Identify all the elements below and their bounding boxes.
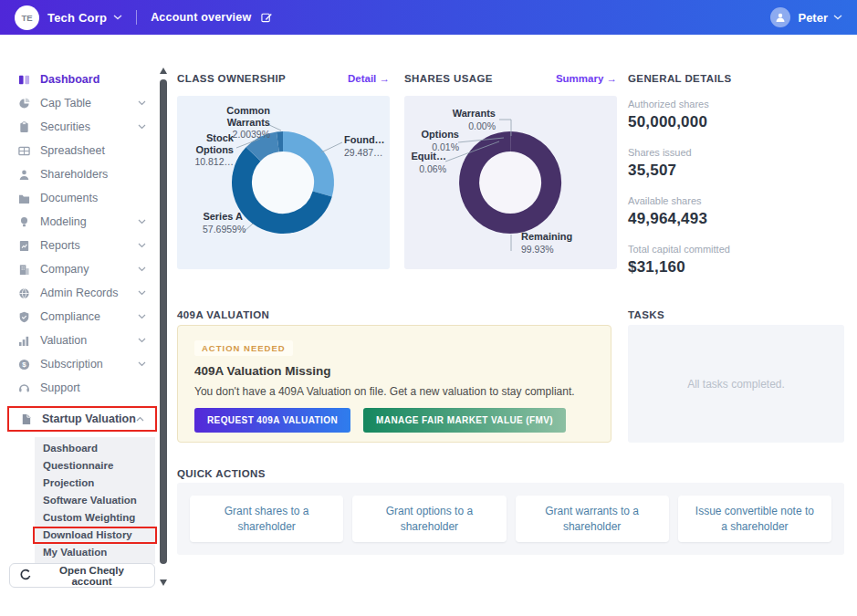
class-ownership-header: CLASS OWNERSHIP Detail → bbox=[177, 73, 390, 84]
409a-buttons-row: REQUEST 409A VALUATION MANAGE FAIR MARKE… bbox=[194, 408, 594, 433]
sidebar: DashboardCap TableSecuritiesSpreadsheetS… bbox=[0, 35, 157, 616]
sidebar-scrollbar[interactable] bbox=[159, 68, 168, 586]
subscription-icon: $ bbox=[18, 358, 31, 371]
quick-action-issue-convertible-note-to-a-shareholder[interactable]: Issue convertible note to a shareholder bbox=[678, 496, 831, 542]
general-details-list: Authorized shares50,000,000Shares issued… bbox=[628, 99, 730, 292]
sidebar-item-label: Support bbox=[40, 381, 146, 394]
company-avatar[interactable]: TE bbox=[15, 5, 39, 30]
sidebar-item-label: Cap Table bbox=[40, 97, 138, 110]
sidebar-item-valuation[interactable]: Valuation bbox=[0, 329, 157, 352]
securities-icon bbox=[18, 120, 31, 133]
user-name: Peter bbox=[798, 11, 828, 25]
sidebar-item-reports[interactable]: Reports bbox=[0, 234, 157, 257]
chart-label-series-a: Series A57.6959% bbox=[203, 211, 243, 235]
class-ownership-detail-link[interactable]: Detail → bbox=[348, 73, 390, 84]
callout-line-found bbox=[321, 142, 342, 152]
chevron-down-icon bbox=[138, 100, 146, 106]
submenu-item-questionnaire[interactable]: Questionnaire bbox=[35, 457, 155, 475]
detail-authorized-shares: Authorized shares50,000,000 bbox=[628, 99, 730, 131]
409a-valuation-panel: ACTION NEEDED 409A Valuation Missing You… bbox=[177, 325, 611, 443]
chevron-up-icon bbox=[136, 416, 144, 422]
sidebar-item-label: Startup Valuation bbox=[42, 412, 136, 425]
sidebar-item-shareholders[interactable]: Shareholders bbox=[0, 162, 157, 186]
sidebar-item-subscription[interactable]: $Subscription bbox=[0, 352, 157, 376]
sidebar-item-securities[interactable]: Securities bbox=[0, 115, 157, 139]
quick-action-grant-warrants-to-a-shareholder[interactable]: Grant warrants to a shareholder bbox=[516, 496, 669, 542]
sidebar-item-label: Compliance bbox=[40, 310, 138, 323]
sidebar-item-modeling[interactable]: Modeling bbox=[0, 210, 157, 234]
general-details-title: GENERAL DETAILS bbox=[628, 73, 732, 84]
sidebar-item-company[interactable]: Company bbox=[0, 257, 157, 281]
top-header: TE Tech Corp Account overview Peter bbox=[0, 0, 857, 35]
submenu-item-custom-weighting[interactable]: Custom Weighting bbox=[35, 509, 155, 527]
cap-table-icon bbox=[18, 97, 31, 110]
donut-svg bbox=[404, 96, 617, 269]
chevron-down-icon bbox=[138, 266, 146, 272]
app: TE Tech Corp Account overview Peter Dash… bbox=[0, 0, 857, 616]
valuation-icon bbox=[18, 334, 31, 347]
request-409a-valuation-button[interactable]: REQUEST 409A VALUATION bbox=[194, 408, 350, 433]
scroll-up-arrow[interactable] bbox=[160, 68, 167, 74]
sidebar-item-dashboard[interactable]: Dashboard bbox=[0, 68, 157, 91]
tasks-title: TASKS bbox=[628, 309, 664, 320]
submenu-item-download-history[interactable]: Download History bbox=[33, 527, 157, 544]
409a-missing-heading: 409A Valuation Missing bbox=[194, 364, 594, 378]
compliance-icon bbox=[18, 310, 31, 323]
sidebar-item-label: Reports bbox=[40, 239, 138, 252]
quick-action-grant-options-to-a-shareholder[interactable]: Grant options to a shareholder bbox=[352, 496, 506, 542]
user-menu[interactable]: Peter bbox=[770, 7, 842, 27]
quick-actions-panel: Grant shares to a shareholderGrant optio… bbox=[177, 483, 844, 555]
submenu-item-my-valuation[interactable]: My Valuation bbox=[35, 544, 155, 561]
sidebar-item-label: Valuation bbox=[40, 334, 138, 347]
chart-label-remaining: Remaining99.93% bbox=[521, 231, 585, 255]
sidebar-item-cap-table[interactable]: Cap Table bbox=[0, 91, 157, 115]
open-cheqly-label: Open Cheqly account bbox=[38, 565, 145, 587]
409a-valuation-title: 409A VALUATION bbox=[177, 309, 269, 320]
class-ownership-donut-chart: Found…29.487…Series A57.6959%Stock Optio… bbox=[177, 96, 390, 269]
documents-icon bbox=[18, 192, 31, 204]
user-chevron-down-icon bbox=[833, 15, 842, 20]
sidebar-item-documents[interactable]: Documents bbox=[0, 186, 157, 210]
company-name[interactable]: Tech Corp bbox=[47, 11, 107, 25]
company-icon bbox=[18, 263, 31, 276]
edit-icon[interactable] bbox=[261, 12, 272, 23]
cheqly-logo-icon bbox=[19, 569, 31, 582]
sidebar-item-label: Securities bbox=[40, 120, 138, 133]
sidebar-item-label: Shareholders bbox=[40, 168, 146, 181]
manage-fmv-button[interactable]: MANAGE FAIR MARKET VALUE (FMV) bbox=[363, 408, 566, 433]
chart-label-common-warrants: Common Warrants2.0039% bbox=[215, 105, 270, 140]
chevron-down-icon bbox=[138, 338, 146, 343]
shares-usage-summary-link[interactable]: Summary → bbox=[556, 73, 617, 84]
sidebar-item-admin-records[interactable]: Admin Records bbox=[0, 281, 157, 305]
sidebar-item-label: Documents bbox=[40, 192, 146, 204]
main-content: CLASS OWNERSHIP Detail → Found…29.487…Se… bbox=[177, 35, 844, 616]
scrollbar-thumb[interactable] bbox=[160, 79, 167, 564]
scroll-down-arrow[interactable] bbox=[160, 579, 167, 586]
sidebar-item-startup-valuation[interactable]: Startup Valuation bbox=[7, 406, 157, 432]
donut-segment-stock-options bbox=[254, 141, 278, 153]
dashboard-icon bbox=[18, 73, 31, 86]
donut-svg bbox=[177, 96, 390, 269]
class-ownership-title: CLASS OWNERSHIP bbox=[177, 73, 286, 84]
sidebar-item-label: Spreadsheet bbox=[40, 144, 146, 157]
startup-valuation-icon bbox=[20, 412, 33, 425]
sidebar-nav: DashboardCap TableSecuritiesSpreadsheetS… bbox=[0, 68, 157, 432]
open-cheqly-button[interactable]: Open Cheqly account bbox=[9, 563, 155, 588]
409a-missing-description: You don't have a 409A Valuation on file.… bbox=[194, 385, 594, 398]
sidebar-item-compliance[interactable]: Compliance bbox=[0, 305, 157, 329]
company-chevron-down-icon[interactable] bbox=[113, 15, 122, 20]
modeling-icon bbox=[18, 215, 31, 228]
detail-total-capital-committed: Total capital committed$31,160 bbox=[628, 244, 730, 277]
sidebar-item-spreadsheet[interactable]: Spreadsheet bbox=[0, 139, 157, 162]
quick-action-grant-shares-to-a-shareholder[interactable]: Grant shares to a shareholder bbox=[190, 496, 343, 542]
submenu-item-dashboard[interactable]: Dashboard bbox=[35, 440, 155, 457]
submenu-item-projection[interactable]: Projection bbox=[35, 475, 155, 492]
chevron-down-icon bbox=[138, 124, 146, 130]
sidebar-item-support[interactable]: Support bbox=[0, 376, 157, 400]
submenu-item-software-valuation[interactable]: Software Valuation bbox=[35, 492, 155, 509]
tasks-panel: All tasks completed. bbox=[628, 325, 844, 443]
header-divider bbox=[136, 10, 137, 25]
page-title: Account overview bbox=[151, 11, 251, 24]
svg-text:$: $ bbox=[22, 360, 26, 369]
chevron-down-icon bbox=[138, 290, 146, 296]
